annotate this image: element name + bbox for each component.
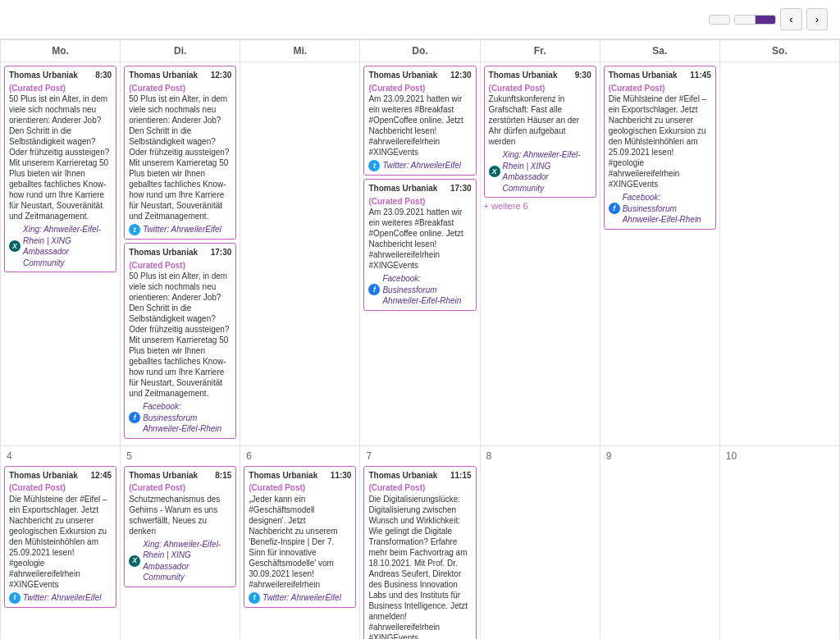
- social-link: f Facebook: Businessforum Ahnweiler-Eife…: [368, 273, 471, 307]
- event-card[interactable]: Thomas Urbaniak 8:15 (Curated Post) Schu…: [124, 466, 236, 587]
- event-tag: (Curated Post): [129, 260, 231, 272]
- xing-icon: X: [9, 240, 21, 252]
- event-card[interactable]: Thomas Urbaniak 12:30 (Curated Post) 50 …: [124, 66, 236, 240]
- event-header: Thomas Urbaniak 8:30: [9, 70, 112, 81]
- event-card[interactable]: Thomas Urbaniak 12:45 (Curated Post) Die…: [4, 466, 116, 608]
- social-link: t Twitter: AhrweilerEifel: [129, 224, 231, 235]
- facebook-icon: f: [609, 203, 620, 214]
- event-header: Thomas Urbaniak 9:30: [489, 70, 591, 81]
- event-card[interactable]: Thomas Urbaniak 11:15 (Curated Post) Die…: [363, 466, 476, 640]
- event-time: 8:30: [95, 70, 112, 81]
- event-body: Am 23.09.2021 hatten wir ein weiteres #B…: [368, 94, 471, 157]
- event-card[interactable]: Thomas Urbaniak 8:30 (Curated Post) 50 P…: [4, 66, 116, 272]
- event-time: 12:45: [91, 470, 112, 482]
- social-link: X Xing: Ahnweiler-Eifel-Rhein | XING Amb…: [9, 224, 112, 268]
- event-author: Thomas Urbaniak: [9, 70, 78, 81]
- header-controls: ‹ ›: [709, 8, 828, 30]
- twitter-icon: t: [129, 224, 140, 235]
- more-events-link[interactable]: + weitere 6: [484, 201, 596, 211]
- social-label: Twitter: AhrweilerEifel: [382, 160, 461, 171]
- calendar-day: Thomas Urbaniak 8:30 (Curated Post) 50 P…: [1, 62, 121, 446]
- event-body: Die Mühlsteine der #Eifel – ein Exportsc…: [609, 94, 711, 189]
- week-button[interactable]: [756, 16, 775, 24]
- event-body: 50 Plus ist ein Alter, in dem viele sich…: [129, 271, 231, 399]
- event-card[interactable]: Thomas Urbaniak 9:30 (Curated Post) Zuku…: [484, 66, 596, 198]
- calendar-day: 7 Thomas Urbaniak 11:15 (Curated Post) D…: [360, 445, 480, 639]
- calendar-day: Thomas Urbaniak 9:30 (Curated Post) Zuku…: [480, 62, 600, 446]
- event-card[interactable]: Thomas Urbaniak 17:30 (Curated Post) Am …: [363, 179, 476, 311]
- today-button[interactable]: [709, 15, 730, 25]
- month-button[interactable]: [735, 16, 756, 24]
- event-author: Thomas Urbaniak: [609, 70, 678, 81]
- calendar-day: 10: [719, 445, 839, 639]
- view-toggle: [734, 15, 776, 25]
- event-body: Am 23.09.2021 hatten wir ein weiteres #B…: [368, 207, 471, 271]
- social-link: X Xing: Ahnweiler-Eifel-Rhein | XING Amb…: [129, 539, 231, 583]
- calendar-row: Thomas Urbaniak 8:30 (Curated Post) 50 P…: [1, 62, 840, 446]
- event-tag: (Curated Post): [368, 83, 471, 94]
- event-time: 17:30: [211, 247, 232, 258]
- twitter-icon: t: [368, 160, 380, 171]
- social-label: Twitter: AhrweilerEifel: [23, 592, 102, 604]
- social-label: Facebook: Businessforum Ahnweiler-Eifel-…: [143, 401, 231, 435]
- event-card[interactable]: Thomas Urbaniak 12:30 (Curated Post) Am …: [363, 66, 476, 176]
- event-author: Thomas Urbaniak: [129, 470, 198, 482]
- header: ‹ ›: [0, 0, 840, 39]
- event-body: 50 Plus ist ein Alter, in dem viele sich…: [129, 94, 231, 221]
- event-card[interactable]: Thomas Urbaniak 11:45 (Curated Post) Die…: [604, 66, 716, 230]
- event-header: Thomas Urbaniak 12:45: [9, 470, 112, 482]
- weekday-header: Sa.: [600, 40, 719, 62]
- event-time: 12:30: [211, 70, 232, 81]
- event-card[interactable]: Thomas Urbaniak 11:30 (Curated Post) „Je…: [244, 466, 356, 608]
- social-label: Facebook: Businessforum Ahnweiler-Eifel-…: [382, 273, 471, 307]
- weekday-header: Di.: [121, 40, 240, 62]
- weekday-header: Mi.: [240, 40, 360, 62]
- social-link: f Facebook: Businessforum Ahnweiler-Eife…: [129, 401, 231, 435]
- social-link: f Facebook: Businessforum Ahnweiler-Eife…: [609, 192, 711, 226]
- event-time: 8:15: [215, 470, 231, 482]
- event-time: 11:15: [450, 470, 472, 482]
- facebook-icon: f: [129, 412, 140, 423]
- xing-icon: X: [129, 555, 140, 567]
- event-author: Thomas Urbaniak: [9, 470, 78, 482]
- twitter-icon: t: [9, 592, 21, 604]
- event-tag: (Curated Post): [609, 83, 711, 94]
- social-label: Twitter: AhrweilerEifel: [262, 592, 341, 604]
- event-tag: (Curated Post): [489, 83, 591, 94]
- event-tag: (Curated Post): [368, 482, 471, 494]
- social-link: X Xing: Ahnweiler-Eifel-Rhein | XING Amb…: [489, 149, 591, 194]
- weekday-header: So.: [719, 40, 839, 62]
- calendar-day: 5 Thomas Urbaniak 8:15 (Curated Post) Sc…: [121, 445, 240, 639]
- event-header: Thomas Urbaniak 11:15: [368, 470, 471, 482]
- event-tag: (Curated Post): [9, 83, 112, 94]
- event-header: Thomas Urbaniak 12:30: [129, 70, 231, 81]
- event-tag: (Curated Post): [249, 482, 351, 494]
- calendar-day: [719, 62, 839, 446]
- social-label: Xing: Ahnweiler-Eifel-Rhein | XING Ambas…: [23, 224, 112, 268]
- event-tag: (Curated Post): [129, 83, 231, 94]
- event-body: Schutzmechanismus des Gehirns - Warum es…: [129, 494, 231, 536]
- calendar-day: 6 Thomas Urbaniak 11:30 (Curated Post) „…: [240, 445, 360, 639]
- event-body: „Jeder kann ein #Geschäftsmodell designe…: [249, 494, 351, 590]
- event-time: 17:30: [450, 183, 472, 194]
- day-number: 5: [124, 450, 236, 463]
- next-button[interactable]: ›: [806, 8, 828, 30]
- day-number: 10: [724, 450, 836, 463]
- event-tag: (Curated Post): [9, 482, 112, 494]
- weekday-header: Do.: [360, 40, 480, 62]
- event-card[interactable]: Thomas Urbaniak 17:30 (Curated Post) 50 …: [124, 243, 236, 439]
- prev-button[interactable]: ‹: [780, 8, 801, 30]
- xing-icon: X: [489, 166, 500, 177]
- social-link: t Twitter: AhrweilerEifel: [249, 592, 351, 604]
- event-header: Thomas Urbaniak 17:30: [129, 247, 231, 258]
- social-label: Twitter: AhrweilerEifel: [143, 224, 221, 235]
- social-link: t Twitter: AhrweilerEifel: [9, 592, 112, 604]
- event-tag: (Curated Post): [129, 482, 231, 494]
- event-header: Thomas Urbaniak 12:30: [368, 70, 471, 81]
- calendar-day: 8: [480, 445, 600, 639]
- calendar-day: Thomas Urbaniak 12:30 (Curated Post) 50 …: [121, 62, 240, 446]
- event-body: Die Digitalisierungslücke: Digitalisieru…: [368, 494, 471, 640]
- event-author: Thomas Urbaniak: [249, 470, 317, 482]
- calendar: Mo.Di.Mi.Do.Fr.Sa.So. Thomas Urbaniak 8:…: [0, 39, 840, 639]
- event-time: 11:30: [331, 470, 352, 482]
